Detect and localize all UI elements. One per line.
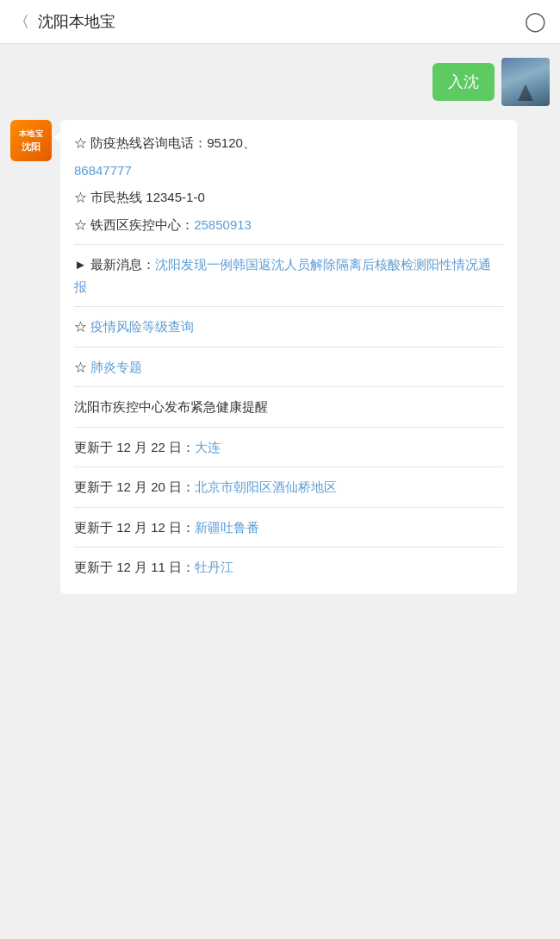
divider2: [74, 306, 503, 307]
update3-link[interactable]: 新疆吐鲁番: [195, 520, 259, 535]
ru-shen-button[interactable]: 入沈: [432, 63, 495, 101]
urgent-notice: 沈阳市疾控中心发布紧急健康提醒: [74, 396, 503, 418]
header: 〈 沈阳本地宝 ◯: [0, 0, 560, 44]
update1-section: 更新于 12 月 22 日：大连: [74, 436, 503, 459]
chat-area: 入沈 本地宝 沈阳 ☆ 防疫热线咨询电话：95120、: [0, 44, 560, 618]
avatar: 本地宝 沈阳: [10, 120, 52, 161]
update2-line: 更新于 12 月 20 日：北京市朝阳区酒仙桥地区: [74, 476, 503, 498]
pneumonia-line: ☆ 肺炎专题: [74, 356, 503, 379]
msg-left: 本地宝 沈阳 ☆ 防疫热线咨询电话：95120、 86847777 ☆ 市民热线…: [10, 120, 550, 594]
update1-link[interactable]: 大连: [195, 440, 221, 454]
update3-section: 更新于 12 月 12 日：新疆吐鲁番: [74, 516, 503, 539]
divider8: [74, 547, 503, 548]
update2-link[interactable]: 北京市朝阳区酒仙桥地区: [195, 479, 337, 494]
divider3: [74, 347, 503, 347]
update1-line: 更新于 12 月 22 日：大连: [74, 436, 503, 459]
profile-icon[interactable]: ◯: [525, 10, 546, 33]
cdc-phone-link[interactable]: 25850913: [194, 217, 252, 232]
urgent-section: 沈阳市疾控中心发布紧急健康提醒: [74, 396, 503, 418]
msg-right: 入沈: [10, 58, 550, 106]
update2-section: 更新于 12 月 20 日：北京市朝阳区酒仙桥地区: [74, 476, 503, 498]
update4-link[interactable]: 牡丹江: [195, 560, 233, 574]
divider7: [74, 507, 503, 508]
update4-line: 更新于 12 月 11 日：牡丹江: [74, 556, 503, 579]
thumbnail-image: [501, 58, 550, 106]
divider6: [74, 466, 503, 467]
page-title: 沈阳本地宝: [38, 11, 115, 32]
update3-line: 更新于 12 月 12 日：新疆吐鲁番: [74, 516, 503, 539]
update4-section: 更新于 12 月 11 日：牡丹江: [74, 556, 503, 579]
divider1: [74, 244, 503, 245]
risk-section: ☆ 疫情风险等级查询: [74, 316, 503, 338]
pneumonia-link[interactable]: 肺炎专题: [90, 360, 142, 374]
back-button[interactable]: 〈: [14, 11, 29, 32]
cdc-line: ☆ 铁西区疾控中心：25850913: [74, 214, 503, 236]
right-content: 入沈: [432, 58, 550, 106]
hotline-phone[interactable]: 86847777: [74, 160, 503, 182]
pneumonia-section: ☆ 肺炎专题: [74, 356, 503, 379]
risk-query-link[interactable]: 疫情风险等级查询: [90, 319, 194, 334]
risk-line: ☆ 疫情风险等级查询: [74, 316, 503, 338]
divider5: [74, 427, 503, 428]
hotline-section: ☆ 防疫热线咨询电话：95120、 86847777 ☆ 市民热线 12345-…: [74, 132, 503, 235]
citizen-hotline: ☆ 市民热线 12345-1-0: [74, 186, 503, 209]
hotline-line1: ☆ 防疫热线咨询电话：95120、: [74, 132, 503, 154]
message-bubble: ☆ 防疫热线咨询电话：95120、 86847777 ☆ 市民热线 12345-…: [60, 120, 517, 594]
news-section: ► 最新消息：沈阳发现一例韩国返沈人员解除隔离后核酸检测阳性情况通报: [74, 254, 503, 297]
news-line: ► 最新消息：沈阳发现一例韩国返沈人员解除隔离后核酸检测阳性情况通报: [74, 254, 503, 297]
divider4: [74, 386, 503, 387]
header-left: 〈 沈阳本地宝: [14, 11, 115, 32]
